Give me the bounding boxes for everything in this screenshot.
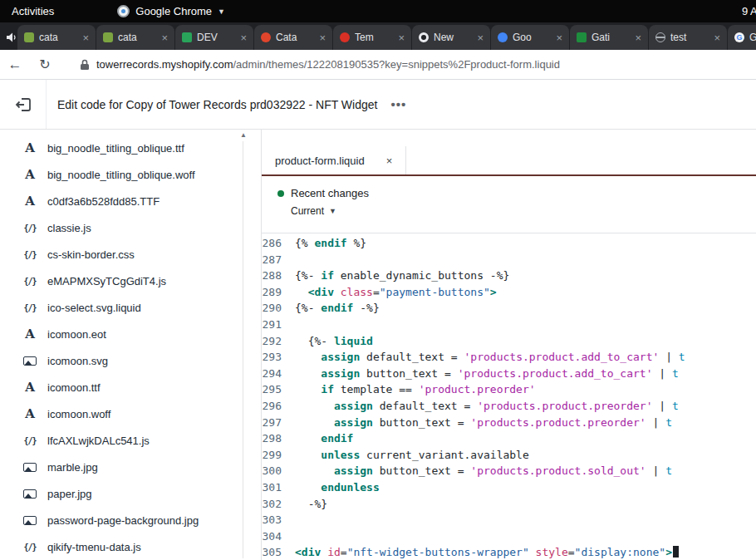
line-number: 296 <box>262 398 290 415</box>
file-name: icomoon.svg <box>47 355 108 367</box>
file-item[interactable]: {/}lfcAXLwjkDALc541.js <box>0 427 261 454</box>
code-line[interactable]: 304 <box>262 528 756 545</box>
tab-close-icon[interactable]: × <box>714 32 720 43</box>
file-item[interactable]: marble.jpg <box>0 454 261 480</box>
code-line[interactable]: 298 endif <box>262 430 756 447</box>
code-line[interactable]: 291 <box>262 317 756 333</box>
line-number: 291 <box>262 317 290 333</box>
code-line[interactable]: 293 assign default_text = 'products.prod… <box>262 349 756 366</box>
file-name: paper.jpg <box>47 488 92 500</box>
tab-close-icon[interactable]: × <box>477 32 484 43</box>
file-name: lfcAXLwjkDALc541.js <box>47 435 150 447</box>
code-line[interactable]: 295 if template == 'product.preorder' <box>262 381 756 398</box>
code-line[interactable]: 288{%- if enable_dynamic_buttons -%} <box>262 268 756 284</box>
clock[interactable]: 9 A <box>742 5 756 17</box>
browser-tab[interactable]: Goo× <box>491 25 569 50</box>
code-line[interactable]: 287 <box>262 252 756 268</box>
code-lines[interactable]: 286{% endif %}287288{%- if enable_dynami… <box>262 233 756 560</box>
tab-close-icon[interactable]: × <box>635 32 641 43</box>
tab-audio-speaker-icon[interactable] <box>7 25 17 50</box>
tab-close-icon[interactable]: × <box>319 32 326 43</box>
file-item[interactable]: password-page-background.jpg <box>0 507 261 533</box>
sidebar-scrollbar[interactable] <box>243 141 243 558</box>
exit-code-editor-button[interactable] <box>0 80 47 129</box>
text-cursor <box>673 546 679 558</box>
version-panel: Recent changes Current ▼ <box>262 176 756 233</box>
tab-close-icon[interactable]: × <box>398 32 405 43</box>
code-line-text: <div id="nft-widget-buttons-wrapper" sty… <box>295 544 679 560</box>
file-item[interactable]: Aicomoon.woff <box>0 400 261 427</box>
file-item[interactable]: Aicomoon.eot <box>0 321 261 347</box>
code-line-text: -%} <box>295 496 327 513</box>
font-file-icon: A <box>23 381 37 394</box>
code-line[interactable]: 301 endunless <box>262 479 756 496</box>
browser-tab[interactable]: New× <box>412 25 490 50</box>
more-actions-icon[interactable]: ••• <box>390 97 406 111</box>
code-line[interactable]: 294 assign button_text = 'products.produ… <box>262 366 756 382</box>
file-item[interactable]: Ac0df3a6b528fdd85.TTF <box>0 188 261 214</box>
back-icon[interactable]: ← <box>0 56 30 73</box>
code-line[interactable]: 292 {%- liquid <box>262 333 756 350</box>
browser-tab[interactable]: Tem× <box>333 25 411 50</box>
reload-icon[interactable]: ↻ <box>30 56 60 72</box>
code-line[interactable]: 300 assign button_text = 'products.produ… <box>262 463 756 479</box>
code-line[interactable]: 305<div id="nft-widget-buttons-wrapper" … <box>262 544 756 560</box>
file-item[interactable]: icomoon.svg <box>0 347 261 374</box>
browser-tab[interactable]: G× <box>728 25 756 50</box>
image-file-icon <box>23 489 37 499</box>
code-line-text: assign button_text = 'products.product.a… <box>295 366 679 382</box>
editor-file-tab[interactable]: product-form.liquid × <box>262 146 406 174</box>
file-item[interactable]: {/}ico-select.svg.liquid <box>0 294 261 321</box>
code-line[interactable]: 286{% endif %} <box>262 235 756 252</box>
code-line[interactable]: 299 unless current_variant.available <box>262 447 756 464</box>
line-number: 289 <box>262 284 290 301</box>
lock-icon[interactable] <box>80 59 90 71</box>
browser-tab[interactable]: DEV× <box>175 25 253 50</box>
file-item[interactable]: {/}cs-skin-border.css <box>0 241 261 268</box>
code-line[interactable]: 290{%- endif -%} <box>262 300 756 317</box>
tab-close-icon[interactable]: × <box>240 32 247 43</box>
code-file-icon: {/} <box>23 436 37 445</box>
browser-tab[interactable]: cata× <box>96 25 174 50</box>
shopify-favicon-icon <box>103 32 113 42</box>
line-number: 292 <box>262 333 290 350</box>
browser-tab[interactable]: Gati× <box>570 25 648 50</box>
address-bar[interactable]: towerrecords.myshopify.com/admin/themes/… <box>96 58 560 71</box>
tab-close-icon[interactable]: × <box>161 32 168 43</box>
line-number: 287 <box>262 252 290 268</box>
scrollbar-up-icon[interactable]: ▲ <box>240 131 247 139</box>
line-number: 298 <box>262 430 290 447</box>
tab-close-icon[interactable]: × <box>82 32 89 43</box>
code-line[interactable]: 297 assign button_text = 'products.produ… <box>262 415 756 431</box>
activities-button[interactable]: Activities <box>0 5 66 17</box>
file-item[interactable]: Abig_noodle_titling_oblique.woff <box>0 161 261 188</box>
file-item[interactable]: Aicomoon.ttf <box>0 374 261 400</box>
browser-tab[interactable]: Cata× <box>254 25 332 50</box>
code-line[interactable]: 303 <box>262 512 756 528</box>
file-list: Abig_noodle_titling_oblique.ttfAbig_nood… <box>0 130 261 560</box>
file-item[interactable]: Abig_noodle_titling_oblique.ttf <box>0 135 261 161</box>
file-item[interactable]: {/}classie.js <box>0 214 261 241</box>
code-line-text: assign default_text = 'products.product.… <box>295 398 679 415</box>
line-number: 294 <box>262 366 290 382</box>
version-dropdown[interactable]: Current ▼ <box>291 205 756 217</box>
line-number: 299 <box>262 447 290 464</box>
active-app-menu[interactable]: Google Chrome ▼ <box>117 5 225 17</box>
code-line-text: {%- liquid <box>295 333 373 350</box>
code-line[interactable]: 296 assign default_text = 'products.prod… <box>262 398 756 415</box>
file-item[interactable]: {/}eMAPMXSyTCgGdiT4.js <box>0 268 261 294</box>
code-line[interactable]: 289 <div class="payment-buttons"> <box>262 284 756 301</box>
font-file-icon: A <box>23 169 37 181</box>
code-line[interactable]: 302 -%} <box>262 496 756 513</box>
browser-tab-title: Cata <box>276 32 314 43</box>
code-line-text: if template == 'product.preorder' <box>295 381 536 398</box>
file-item[interactable]: paper.jpg <box>0 480 261 507</box>
line-number: 295 <box>262 381 290 398</box>
file-item[interactable]: {/}qikify-tmenu-data.js <box>0 533 261 560</box>
browser-tab[interactable]: cata× <box>17 25 96 50</box>
system-top-bar: Activities Google Chrome ▼ 9 A <box>0 0 756 22</box>
tab-close-icon[interactable]: × <box>556 32 562 43</box>
active-app-label: Google Chrome <box>135 5 212 17</box>
browser-tab[interactable]: test× <box>649 25 727 50</box>
tab-close-icon[interactable]: × <box>386 155 393 167</box>
